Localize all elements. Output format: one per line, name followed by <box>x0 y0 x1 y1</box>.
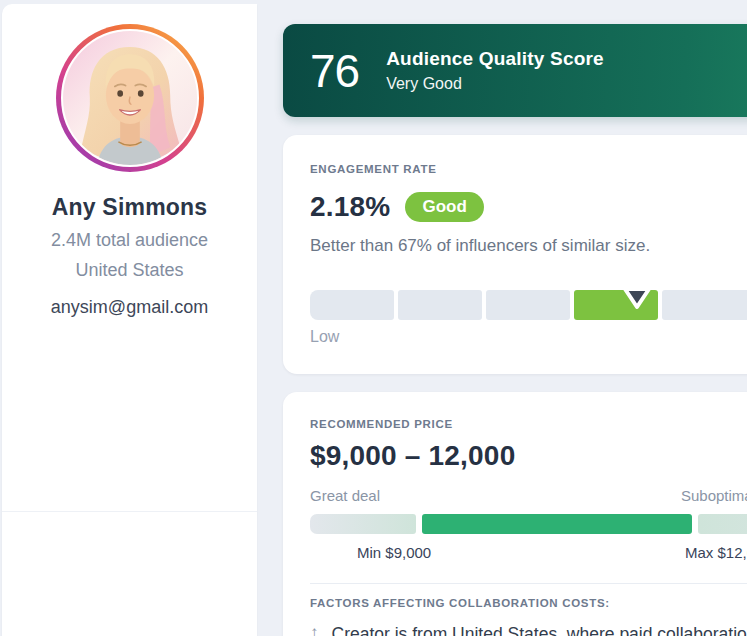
price-bar-left-segment <box>310 514 416 534</box>
engagement-badge: Good <box>405 192 483 222</box>
engagement-rate-label: ENGAGEMENT RATE <box>310 163 747 175</box>
price-bar-recommended-segment <box>422 514 692 534</box>
avatar-gradient-ring <box>56 24 204 172</box>
profile-summary: Any Simmons 2.4M total audience United S… <box>2 4 257 512</box>
scale-low-label: Low <box>310 328 747 346</box>
factor-item: ↑ Creator is from United States, where p… <box>310 623 747 636</box>
avatar <box>61 29 199 167</box>
scale-segment <box>662 290 747 320</box>
profile-audience: 2.4M total audience <box>51 230 208 251</box>
great-deal-label: Great deal <box>310 487 380 504</box>
divider <box>310 583 747 584</box>
price-range-bar <box>310 514 747 534</box>
engagement-description: Better than 67% of influencers of simila… <box>310 236 747 256</box>
scale-segment <box>486 290 570 320</box>
min-max-labels: Min $9,000 Max $12,000 <box>310 544 747 562</box>
engagement-scale-bar <box>310 290 747 320</box>
suboptimal-label: Suboptimal <box>681 487 747 504</box>
score-subtitle: Very Good <box>386 75 604 93</box>
price-bar-right-segment <box>698 514 747 534</box>
profile-email: anysim@gmail.com <box>51 297 208 318</box>
scale-marker-icon <box>620 285 654 313</box>
scale-segment <box>398 290 482 320</box>
scale-segment <box>310 290 394 320</box>
arrow-up-icon: ↑ <box>310 623 319 636</box>
audience-quality-score-banner: 76 Audience Quality Score Very Good <box>283 24 747 117</box>
recommended-price-label: RECOMMENDED PRICE <box>310 418 747 430</box>
recommended-price-card: RECOMMENDED PRICE $9,000 – 12,000 Great … <box>283 392 747 636</box>
max-price-label: Max $12,000 <box>685 544 747 561</box>
factor-text: Creator is from United States, where pai… <box>332 623 747 636</box>
profile-name: Any Simmons <box>52 194 208 221</box>
score-title: Audience Quality Score <box>386 48 604 70</box>
min-price-label: Min $9,000 <box>357 544 431 561</box>
engagement-value-row: 2.18% Good <box>310 191 747 223</box>
profile-panel: Any Simmons 2.4M total audience United S… <box>2 4 257 636</box>
price-range-value: $9,000 – 12,000 <box>310 440 747 472</box>
engagement-value: 2.18% <box>310 191 390 223</box>
profile-location: United States <box>75 260 183 281</box>
score-texts: Audience Quality Score Very Good <box>386 48 604 93</box>
deal-scale-labels: Great deal Suboptimal <box>310 487 747 505</box>
influencer-report-page: Any Simmons 2.4M total audience United S… <box>0 0 747 636</box>
factors-label: FACTORS AFFECTING COLLABORATION COSTS: <box>310 597 747 609</box>
score-value: 76 <box>310 48 359 94</box>
engagement-rate-card: ENGAGEMENT RATE 2.18% Good Better than 6… <box>283 135 747 374</box>
